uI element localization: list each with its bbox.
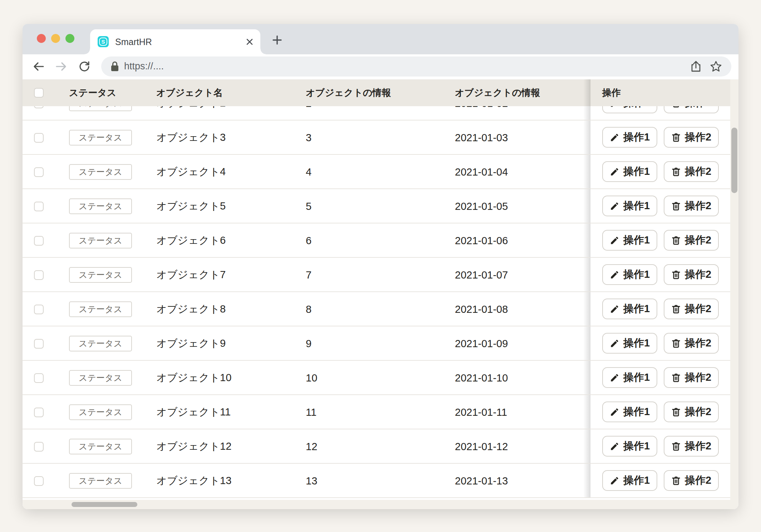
action1-button[interactable]: 操作1 bbox=[602, 230, 657, 251]
action1-button[interactable]: 操作1 bbox=[602, 161, 657, 182]
pinned-column-header: 操作 bbox=[590, 79, 731, 106]
action2-button[interactable]: 操作2 bbox=[664, 333, 719, 354]
status-badge: ステータス bbox=[69, 404, 132, 420]
arrow-left-icon bbox=[32, 60, 45, 73]
object-name-cell: オブジェクト8 bbox=[156, 292, 226, 326]
horizontal-scrollbar[interactable] bbox=[23, 500, 738, 509]
action1-button[interactable]: 操作1 bbox=[602, 127, 657, 148]
object-name-cell: オブジェクト2 bbox=[156, 106, 226, 120]
row-checkbox[interactable] bbox=[34, 133, 44, 143]
row-checkbox[interactable] bbox=[34, 476, 44, 486]
vertical-scrollbar[interactable] bbox=[730, 79, 738, 500]
pinned-actions-cell: 操作1 操作2 bbox=[590, 189, 730, 223]
object-name-cell: オブジェクト10 bbox=[156, 361, 231, 395]
browser-tabstrip: S SmartHR bbox=[23, 24, 738, 54]
action1-button[interactable]: 操作1 bbox=[602, 196, 657, 216]
object-info1-cell: 4 bbox=[306, 155, 311, 189]
row-checkbox[interactable] bbox=[34, 442, 44, 452]
action1-button[interactable]: 操作1 bbox=[602, 333, 657, 354]
object-name-cell: オブジェクト12 bbox=[156, 429, 231, 464]
object-name-cell: オブジェクト4 bbox=[156, 155, 226, 189]
table-row: ステータス オブジェクト12 12 2021-01-12 操作1 操作2 bbox=[23, 429, 730, 464]
pinned-actions-cell: 操作1 操作2 bbox=[590, 223, 730, 257]
bookmark-button[interactable] bbox=[710, 60, 722, 73]
object-info1-cell: 12 bbox=[306, 429, 317, 464]
horizontal-scrollbar-thumb[interactable] bbox=[72, 502, 137, 507]
tab-title: SmartHR bbox=[115, 29, 152, 54]
action2-button[interactable]: 操作2 bbox=[664, 470, 719, 491]
pinned-actions-cell: 操作1 操作2 bbox=[590, 429, 730, 463]
pinned-actions-cell: 操作1 操作2 bbox=[590, 292, 730, 326]
address-bar[interactable]: https://.... bbox=[101, 56, 731, 77]
row-checkbox[interactable] bbox=[34, 270, 44, 280]
browser-tab-smarthr[interactable]: S SmartHR bbox=[90, 29, 260, 54]
traffic-lights bbox=[37, 34, 74, 43]
action2-button[interactable]: 操作2 bbox=[664, 230, 719, 251]
trash-icon bbox=[671, 106, 681, 108]
select-all-checkbox[interactable] bbox=[34, 88, 44, 98]
pinned-actions-cell: 操作1 操作2 bbox=[590, 106, 730, 120]
action1-button[interactable]: 操作1 bbox=[602, 470, 657, 491]
forward-button[interactable] bbox=[54, 60, 68, 73]
trash-icon bbox=[671, 407, 681, 417]
action2-button[interactable]: 操作2 bbox=[664, 196, 719, 216]
row-checkbox[interactable] bbox=[34, 305, 44, 314]
object-info2-cell: 2021-01-02 bbox=[455, 106, 508, 120]
action1-button[interactable]: 操作1 bbox=[602, 367, 657, 388]
table-row: ステータス オブジェクト8 8 2021-01-08 操作1 操作2 bbox=[23, 292, 730, 326]
object-info1-cell: 5 bbox=[306, 189, 311, 223]
row-checkbox[interactable] bbox=[34, 106, 44, 108]
table-rows: ステータス オブジェクト2 2 2021-01-02 操作1 操作2 bbox=[23, 106, 730, 498]
tab-close-button[interactable] bbox=[245, 37, 255, 47]
action2-button[interactable]: 操作2 bbox=[664, 264, 719, 285]
table-row: ステータス オブジェクト5 5 2021-01-05 操作1 操作2 bbox=[23, 189, 730, 223]
action1-button[interactable]: 操作1 bbox=[602, 106, 657, 113]
status-badge: ステータス bbox=[69, 233, 132, 248]
plus-icon bbox=[272, 35, 283, 45]
action2-button[interactable]: 操作2 bbox=[664, 402, 719, 422]
row-checkbox[interactable] bbox=[34, 373, 44, 383]
object-info1-cell: 10 bbox=[306, 361, 317, 395]
new-tab-button[interactable] bbox=[271, 34, 284, 46]
back-button[interactable] bbox=[32, 60, 45, 73]
object-info2-cell: 2021-01-12 bbox=[455, 429, 508, 464]
reload-button[interactable] bbox=[78, 60, 91, 73]
action2-button[interactable]: 操作2 bbox=[664, 106, 719, 113]
window-minimize-button[interactable] bbox=[51, 34, 60, 43]
share-button[interactable] bbox=[690, 60, 702, 73]
object-name-cell: オブジェクト6 bbox=[156, 223, 226, 258]
row-checkbox[interactable] bbox=[34, 339, 44, 349]
window-close-button[interactable] bbox=[37, 34, 46, 43]
action2-button[interactable]: 操作2 bbox=[664, 367, 719, 388]
row-checkbox[interactable] bbox=[34, 202, 44, 211]
table-row: ステータス オブジェクト2 2 2021-01-02 操作1 操作2 bbox=[23, 106, 730, 120]
trash-icon bbox=[671, 236, 681, 245]
pencil-icon bbox=[610, 236, 619, 245]
close-icon bbox=[246, 38, 254, 46]
object-info1-cell: 11 bbox=[306, 395, 316, 429]
browser-toolbar: https://.... bbox=[23, 54, 738, 79]
table-row: ステータス オブジェクト11 11 2021-01-11 操作1 操作2 bbox=[23, 395, 730, 429]
window-maximize-button[interactable] bbox=[65, 34, 74, 43]
row-checkbox[interactable] bbox=[34, 167, 44, 177]
action2-button[interactable]: 操作2 bbox=[664, 127, 719, 148]
url-text: https://.... bbox=[124, 56, 164, 77]
object-info1-cell: 7 bbox=[306, 258, 311, 292]
object-name-cell: オブジェクト9 bbox=[156, 326, 226, 361]
action1-button[interactable]: 操作1 bbox=[602, 402, 657, 422]
object-info1-cell: 8 bbox=[306, 292, 311, 326]
action1-button[interactable]: 操作1 bbox=[602, 436, 657, 457]
action1-button[interactable]: 操作1 bbox=[602, 299, 657, 319]
vertical-scrollbar-thumb[interactable] bbox=[731, 128, 737, 193]
action2-button[interactable]: 操作2 bbox=[664, 299, 719, 319]
row-checkbox[interactable] bbox=[34, 408, 44, 417]
table-body-viewport: ステータス オブジェクト2 2 2021-01-02 操作1 操作2 bbox=[23, 106, 730, 500]
pencil-icon bbox=[610, 476, 619, 486]
object-info1-cell: 13 bbox=[306, 464, 317, 498]
action1-button[interactable]: 操作1 bbox=[602, 264, 657, 285]
trash-icon bbox=[671, 476, 681, 486]
table-row: ステータス オブジェクト10 10 2021-01-10 操作1 操作2 bbox=[23, 361, 730, 395]
row-checkbox[interactable] bbox=[34, 236, 44, 246]
action2-button[interactable]: 操作2 bbox=[664, 161, 719, 182]
action2-button[interactable]: 操作2 bbox=[664, 436, 719, 457]
